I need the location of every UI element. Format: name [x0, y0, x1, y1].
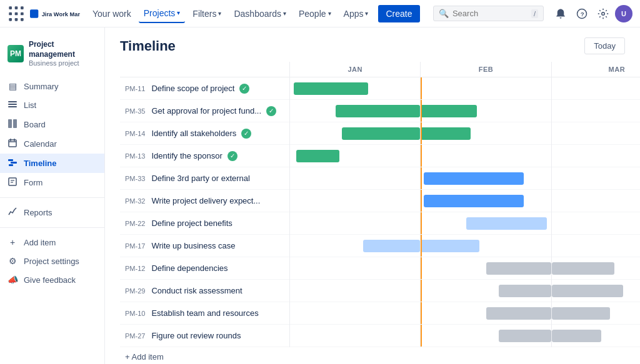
- table-row[interactable]: PM-11Define scope of project✓: [120, 77, 640, 100]
- gantt-bar[interactable]: [342, 127, 420, 140]
- gantt-cell-feb: [421, 122, 551, 145]
- gantt-cell-feb: [421, 325, 551, 347]
- task-name: Identify all stakeholders: [151, 129, 236, 138]
- gantt-cell-feb: [421, 190, 551, 212]
- project-settings-icon: ⚙: [8, 256, 18, 266]
- sidebar-item-summary[interactable]: ▤ Summary: [0, 77, 104, 96]
- table-row[interactable]: PM-35Get approval for project fund...✓: [120, 100, 640, 122]
- gantt-bar[interactable]: [552, 307, 611, 320]
- sidebar-item-label: Give feedback: [24, 275, 76, 285]
- task-id: PM-14: [125, 130, 145, 137]
- settings-icon: [598, 8, 609, 19]
- table-row[interactable]: PM-12Define dependencies: [120, 257, 640, 280]
- today-line: [421, 325, 422, 347]
- task-cell: PM-14Identify all stakeholders✓: [120, 122, 290, 145]
- form-icon: [8, 177, 18, 188]
- gantt-cell-mar: [551, 100, 640, 122]
- help-button[interactable]: ?: [572, 4, 591, 23]
- sidebar: PM Project management Business project ▤…: [0, 27, 105, 364]
- calendar-icon: [8, 139, 18, 149]
- table-row[interactable]: PM-27Figure out review rounds: [120, 325, 640, 347]
- table-row[interactable]: PM-10Establish team and resources: [120, 302, 640, 325]
- svg-rect-24: [11, 162, 17, 164]
- notifications-button[interactable]: [551, 4, 570, 23]
- gantt-bar[interactable]: [363, 240, 421, 252]
- gantt-cell-feb: [421, 77, 551, 100]
- sidebar-item-label: Form: [24, 178, 42, 187]
- task-cell: PM-35Get approval for project fund...✓: [120, 100, 290, 122]
- gantt-cell-jan: [290, 190, 421, 212]
- today-button[interactable]: Today: [584, 37, 625, 54]
- nav-filters[interactable]: Filters ▾: [188, 5, 226, 22]
- svg-rect-5: [21, 12, 24, 15]
- gantt-bar[interactable]: [421, 105, 477, 117]
- table-row[interactable]: PM-29Conduct risk assessment: [120, 280, 640, 302]
- gantt-cell-jan: [290, 302, 421, 325]
- apps-chevron-icon: ▾: [365, 10, 368, 17]
- timeline-icon: [8, 158, 18, 169]
- add-item-button[interactable]: + Add item: [125, 352, 640, 362]
- sidebar-item-reports[interactable]: Reports: [0, 203, 104, 222]
- sidebar-item-calendar[interactable]: Calendar: [0, 134, 104, 154]
- svg-rect-4: [15, 12, 18, 15]
- sidebar-item-project-settings[interactable]: ⚙ Project settings: [0, 252, 104, 270]
- gantt-bar[interactable]: [486, 262, 551, 275]
- settings-button[interactable]: [594, 4, 612, 23]
- gantt-bar[interactable]: [499, 285, 551, 297]
- task-id: PM-27: [125, 332, 145, 340]
- nav-apps[interactable]: Apps ▾: [339, 5, 374, 22]
- gantt-bar[interactable]: [552, 285, 624, 297]
- add-item-row[interactable]: + Add item: [120, 347, 640, 365]
- svg-rect-26: [9, 178, 16, 185]
- sidebar-item-timeline[interactable]: Timeline: [0, 154, 104, 173]
- sidebar-item-board[interactable]: Board: [0, 115, 104, 134]
- nav-dashboards[interactable]: Dashboards ▾: [229, 5, 291, 22]
- gantt-cell-mar: [551, 235, 640, 257]
- gantt-bar[interactable]: [294, 82, 368, 95]
- gantt-cell-mar: [551, 302, 640, 325]
- nav-people[interactable]: People ▾: [294, 5, 336, 22]
- table-row[interactable]: PM-14Identify all stakeholders✓: [120, 122, 640, 145]
- gantt-bar[interactable]: [421, 127, 470, 140]
- search-bar[interactable]: 🔍 /: [433, 6, 544, 21]
- sidebar-item-label: Project settings: [24, 257, 79, 266]
- gantt-bar[interactable]: [336, 105, 420, 117]
- task-name: Establish team and resources: [151, 308, 258, 318]
- gantt-bar[interactable]: [552, 262, 614, 275]
- gantt-bar[interactable]: [499, 330, 551, 342]
- task-cell: PM-27Figure out review rounds: [120, 325, 290, 347]
- nav-projects[interactable]: Projects ▾: [139, 4, 186, 23]
- nav-your-work[interactable]: Your work: [88, 5, 136, 22]
- create-button[interactable]: Create: [378, 5, 419, 22]
- search-input[interactable]: [452, 9, 528, 18]
- sidebar-item-form[interactable]: Form: [0, 173, 104, 192]
- table-row[interactable]: PM-22Define project benefits: [120, 212, 640, 235]
- gantt-bar[interactable]: [296, 150, 339, 162]
- table-row[interactable]: PM-33Define 3rd party or external: [120, 167, 640, 190]
- feb-header: FEB: [421, 62, 551, 77]
- sidebar-item-give-feedback[interactable]: 📣 Give feedback: [0, 270, 104, 289]
- app-logo[interactable]: Jira Work Management: [8, 5, 80, 22]
- user-avatar[interactable]: U: [615, 5, 632, 22]
- svg-rect-16: [8, 106, 17, 107]
- sidebar-item-list[interactable]: List: [0, 96, 104, 115]
- gantt-bar[interactable]: [486, 307, 551, 320]
- gantt-bar[interactable]: [424, 195, 524, 207]
- gantt-bar[interactable]: [552, 330, 601, 342]
- task-cell: PM-11Define scope of project✓: [120, 77, 290, 100]
- svg-rect-18: [13, 119, 17, 128]
- table-row[interactable]: PM-13Identify the sponsor✓: [120, 145, 640, 167]
- gantt-bar[interactable]: [466, 217, 547, 230]
- feedback-icon: 📣: [8, 275, 18, 285]
- sidebar-project[interactable]: PM Project management Business project: [0, 35, 104, 77]
- svg-rect-23: [8, 159, 13, 161]
- gantt-cell-jan: [290, 325, 421, 347]
- sidebar-item-add-item[interactable]: + Add item: [0, 233, 104, 252]
- table-row[interactable]: PM-32Write project delivery expect...: [120, 190, 640, 212]
- gantt-cell-jan: [290, 122, 421, 145]
- gantt-cell-jan: [290, 145, 421, 167]
- gantt-bar[interactable]: [424, 172, 524, 185]
- project-icon: PM: [8, 45, 24, 62]
- table-row[interactable]: PM-17Write up business case: [120, 235, 640, 257]
- gantt-bar[interactable]: [421, 240, 479, 252]
